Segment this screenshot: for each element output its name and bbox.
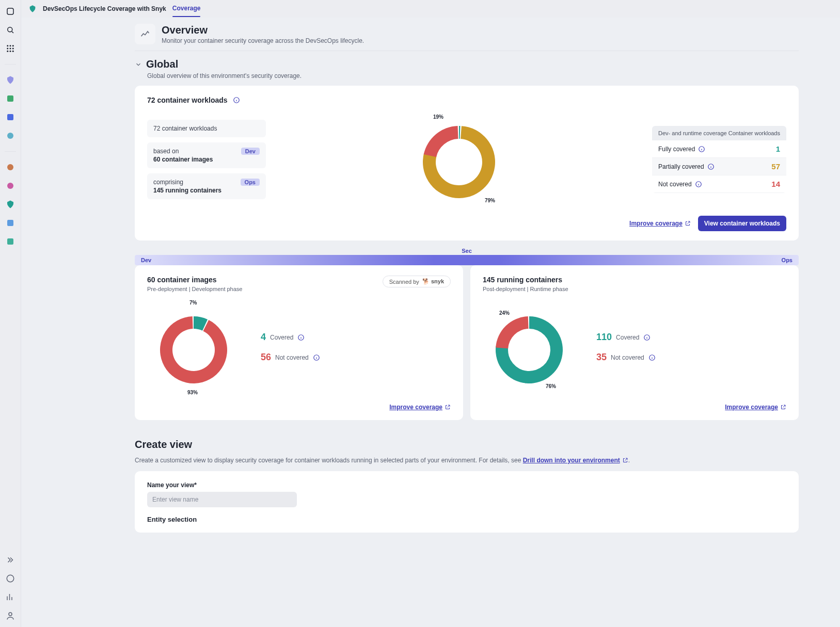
workloads-donut: 79% 19% [407,110,511,208]
help-icon[interactable] [5,573,15,584]
svg-point-9 [10,51,11,52]
shield-icon [28,5,37,13]
external-icon [685,220,691,227]
tab-coverage[interactable]: Coverage [172,5,201,13]
ops-card-title: 145 running containers [483,276,786,284]
nav-item-2[interactable] [5,93,15,104]
info-icon[interactable] [695,181,702,188]
snyk-badge: Scanned by🐕 snyk [383,276,451,287]
info-icon[interactable] [313,354,320,361]
improve-coverage-link[interactable]: Improve coverage [389,404,451,411]
improve-coverage-link[interactable]: Improve coverage [629,220,691,227]
coverage-table: Dev- and runtime coverageContainer workl… [652,126,786,193]
reports-icon[interactable] [5,592,15,602]
svg-point-15 [7,183,13,189]
svg-point-13 [7,133,13,139]
svg-point-18 [7,575,14,582]
sidebar [0,0,21,627]
view-name-input[interactable] [147,492,297,507]
overview-header: Overview Monitor your container security… [135,24,799,51]
info-icon[interactable] [648,354,656,361]
containers-donut: 76% 24% [483,298,576,396]
improve-coverage-link[interactable]: Improve coverage [725,404,786,411]
drill-down-link[interactable]: Drill down into your environment [523,457,628,464]
overview-icon [135,24,155,44]
page-title: Overview [162,24,364,36]
nav-item-6[interactable] [5,181,15,191]
table-row-partial[interactable]: Partially covered57 [652,158,786,175]
svg-point-4 [12,45,14,46]
global-subtitle: Global overview of this environment's se… [147,72,799,79]
nav-item-7[interactable] [5,218,15,228]
ops-pill: Ops [241,179,260,186]
chevron-down-icon [135,61,142,68]
nav-item-5[interactable] [5,162,15,172]
external-icon [780,404,786,410]
svg-rect-12 [7,114,13,120]
dev-images-card: 60 container images Pre-deployment | Dev… [135,265,463,420]
create-view-card: Name your view* Entity selection [135,471,799,533]
view-workloads-button[interactable]: View container workloads [698,216,786,231]
svg-text:7%: 7% [189,300,197,306]
external-icon [622,457,628,463]
table-row-fully[interactable]: Fully covered1 [652,140,786,158]
svg-point-14 [7,164,13,170]
global-workloads-card: 72 container workloads 72 container work… [135,86,799,240]
svg-point-7 [12,48,14,50]
expand-icon[interactable] [5,555,15,565]
info-icon[interactable] [643,334,651,341]
nav-item-4[interactable] [5,131,15,141]
global-section-header[interactable]: Global [135,58,799,70]
devsecops-bar: Sec DevOps [135,248,799,265]
ops-containers-card: 145 running containers Post-deployment |… [470,265,799,420]
svg-point-2 [7,45,8,46]
svg-point-10 [12,51,14,52]
svg-rect-17 [7,238,13,245]
nav-item-1[interactable] [5,75,15,85]
info-icon[interactable] [707,163,715,170]
info-icon[interactable] [233,97,240,104]
app-title: DevSecOps Lifecycle Coverage with Snyk [43,5,166,12]
svg-text:19%: 19% [433,114,443,120]
nav-item-3[interactable] [5,112,15,122]
svg-rect-16 [7,220,13,226]
svg-point-6 [10,48,11,50]
apps-icon[interactable] [5,43,15,54]
info-icon[interactable] [297,334,305,341]
nav-home-icon[interactable] [5,6,15,17]
svg-text:76%: 76% [546,383,556,389]
table-row-not[interactable]: Not covered14 [652,175,786,193]
dev-card-title: 60 container images [147,276,242,284]
create-view-title: Create view [135,439,799,451]
containers-summary: comprisingOps 145 running containers [147,173,266,199]
global-title: Global [146,58,178,70]
workloads-card-title: 72 container workloads [147,96,228,104]
svg-point-3 [10,45,11,46]
external-icon [445,404,451,410]
dev-pill: Dev [241,148,260,155]
topbar: DevSecOps Lifecycle Coverage with Snyk C… [21,0,840,18]
nav-item-8[interactable] [5,236,15,247]
images-donut: 7% 93% [147,298,240,396]
svg-rect-11 [7,95,13,102]
svg-text:79%: 79% [485,198,495,203]
view-name-label: Name your view* [147,481,786,489]
svg-point-8 [7,51,8,52]
svg-rect-0 [7,8,13,14]
workloads-summary: 72 container workloads [147,120,266,137]
entity-selection-title: Entity selection [147,516,786,523]
create-view-subtitle: Create a customized view to display secu… [135,457,799,464]
info-icon[interactable] [698,146,705,153]
svg-text:24%: 24% [499,310,510,316]
svg-point-1 [8,27,12,32]
svg-point-5 [7,48,8,50]
images-summary: based onDev 60 container images [147,142,266,168]
user-icon[interactable] [5,610,15,621]
page-subtitle: Monitor your container security coverage… [162,37,364,44]
svg-point-19 [9,613,12,616]
svg-text:93%: 93% [187,390,198,395]
nav-item-snyk[interactable] [5,199,15,210]
search-icon[interactable] [5,25,15,35]
